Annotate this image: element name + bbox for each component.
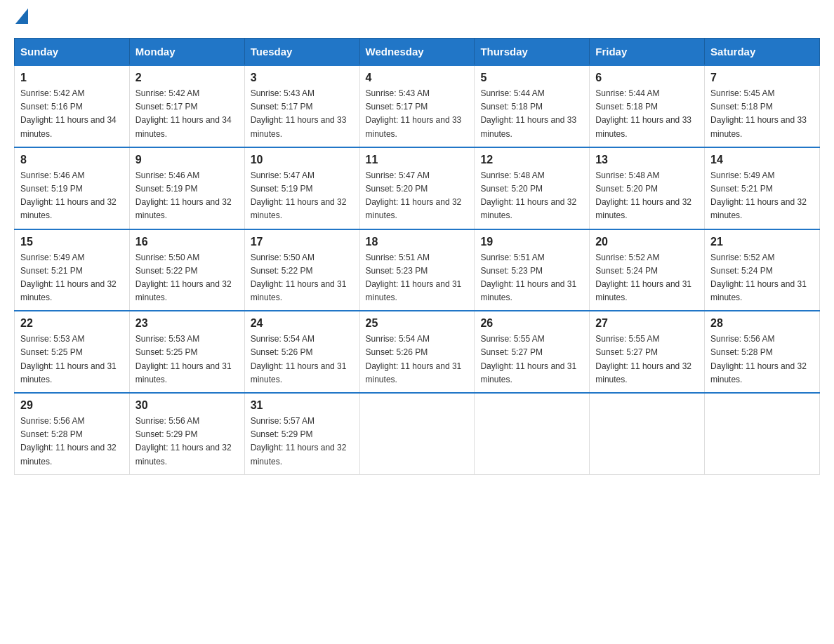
day-number: 30: [135, 399, 239, 412]
day-number: 31: [251, 399, 354, 412]
day-info: Sunrise: 5:52 AM Sunset: 5:24 PM Dayligh…: [595, 251, 699, 305]
day-info: Sunrise: 5:50 AM Sunset: 5:22 PM Dayligh…: [251, 251, 354, 305]
day-number: 29: [20, 399, 124, 412]
calendar-cell: 13 Sunrise: 5:48 AM Sunset: 5:20 PM Dayl…: [590, 147, 705, 229]
day-info: Sunrise: 5:43 AM Sunset: 5:17 PM Dayligh…: [366, 87, 469, 141]
calendar-cell: 4 Sunrise: 5:43 AM Sunset: 5:17 PM Dayli…: [359, 65, 475, 147]
day-number: 15: [20, 236, 124, 248]
calendar-cell: [705, 393, 820, 474]
day-info: Sunrise: 5:55 AM Sunset: 5:27 PM Dayligh…: [595, 333, 699, 387]
day-info: Sunrise: 5:48 AM Sunset: 5:20 PM Dayligh…: [595, 169, 699, 223]
calendar-cell: 12 Sunrise: 5:48 AM Sunset: 5:20 PM Dayl…: [475, 147, 590, 229]
svg-marker-0: [15, 8, 28, 24]
day-info: Sunrise: 5:54 AM Sunset: 5:26 PM Dayligh…: [251, 333, 354, 387]
calendar-cell: 15 Sunrise: 5:49 AM Sunset: 5:21 PM Dayl…: [15, 229, 130, 311]
calendar-cell: 26 Sunrise: 5:55 AM Sunset: 5:27 PM Dayl…: [475, 311, 590, 393]
calendar-cell: 10 Sunrise: 5:47 AM Sunset: 5:19 PM Dayl…: [244, 147, 359, 229]
column-header-saturday: Saturday: [705, 39, 820, 66]
calendar-cell: 29 Sunrise: 5:56 AM Sunset: 5:28 PM Dayl…: [15, 393, 130, 474]
day-info: Sunrise: 5:53 AM Sunset: 5:25 PM Dayligh…: [135, 333, 239, 387]
day-number: 16: [135, 236, 239, 248]
day-number: 27: [595, 317, 699, 330]
header: [14, 14, 820, 24]
calendar-cell: 25 Sunrise: 5:54 AM Sunset: 5:26 PM Dayl…: [359, 311, 475, 393]
day-info: Sunrise: 5:51 AM Sunset: 5:23 PM Dayligh…: [480, 251, 583, 305]
day-info: Sunrise: 5:44 AM Sunset: 5:18 PM Dayligh…: [595, 87, 699, 141]
day-number: 20: [595, 236, 699, 248]
day-number: 28: [710, 317, 814, 330]
day-number: 12: [480, 154, 583, 166]
calendar-cell: 2 Sunrise: 5:42 AM Sunset: 5:17 PM Dayli…: [129, 65, 244, 147]
day-info: Sunrise: 5:43 AM Sunset: 5:17 PM Dayligh…: [251, 87, 354, 141]
calendar-cell: 21 Sunrise: 5:52 AM Sunset: 5:24 PM Dayl…: [705, 229, 820, 311]
day-number: 9: [135, 154, 239, 166]
day-number: 11: [366, 154, 469, 166]
day-info: Sunrise: 5:55 AM Sunset: 5:27 PM Dayligh…: [480, 333, 583, 387]
day-info: Sunrise: 5:50 AM Sunset: 5:22 PM Dayligh…: [135, 251, 239, 305]
day-info: Sunrise: 5:49 AM Sunset: 5:21 PM Dayligh…: [20, 251, 124, 305]
calendar-cell: 9 Sunrise: 5:46 AM Sunset: 5:19 PM Dayli…: [129, 147, 244, 229]
day-number: 25: [366, 317, 469, 330]
calendar-cell: [475, 393, 590, 474]
day-info: Sunrise: 5:53 AM Sunset: 5:25 PM Dayligh…: [20, 333, 124, 387]
calendar-cell: 1 Sunrise: 5:42 AM Sunset: 5:16 PM Dayli…: [15, 65, 130, 147]
day-number: 10: [251, 154, 354, 166]
day-info: Sunrise: 5:46 AM Sunset: 5:19 PM Dayligh…: [135, 169, 239, 223]
calendar-body: 1 Sunrise: 5:42 AM Sunset: 5:16 PM Dayli…: [15, 65, 820, 474]
calendar-cell: 18 Sunrise: 5:51 AM Sunset: 5:23 PM Dayl…: [359, 229, 475, 311]
calendar-cell: 31 Sunrise: 5:57 AM Sunset: 5:29 PM Dayl…: [244, 393, 359, 474]
calendar-cell: 28 Sunrise: 5:56 AM Sunset: 5:28 PM Dayl…: [705, 311, 820, 393]
day-number: 23: [135, 317, 239, 330]
calendar-cell: 11 Sunrise: 5:47 AM Sunset: 5:20 PM Dayl…: [359, 147, 475, 229]
day-info: Sunrise: 5:42 AM Sunset: 5:17 PM Dayligh…: [135, 87, 239, 141]
calendar-cell: 17 Sunrise: 5:50 AM Sunset: 5:22 PM Dayl…: [244, 229, 359, 311]
day-info: Sunrise: 5:56 AM Sunset: 5:29 PM Dayligh…: [135, 415, 239, 469]
calendar-cell: 22 Sunrise: 5:53 AM Sunset: 5:25 PM Dayl…: [15, 311, 130, 393]
day-number: 24: [251, 317, 354, 330]
column-header-friday: Friday: [590, 39, 705, 66]
calendar-cell: [359, 393, 475, 474]
day-info: Sunrise: 5:46 AM Sunset: 5:19 PM Dayligh…: [20, 169, 124, 223]
day-info: Sunrise: 5:47 AM Sunset: 5:19 PM Dayligh…: [251, 169, 354, 223]
day-info: Sunrise: 5:52 AM Sunset: 5:24 PM Dayligh…: [710, 251, 814, 305]
day-number: 17: [251, 236, 354, 248]
calendar-cell: 6 Sunrise: 5:44 AM Sunset: 5:18 PM Dayli…: [590, 65, 705, 147]
day-info: Sunrise: 5:44 AM Sunset: 5:18 PM Dayligh…: [480, 87, 583, 141]
day-number: 7: [710, 72, 814, 84]
day-info: Sunrise: 5:54 AM Sunset: 5:26 PM Dayligh…: [366, 333, 469, 387]
calendar-cell: 16 Sunrise: 5:50 AM Sunset: 5:22 PM Dayl…: [129, 229, 244, 311]
day-number: 13: [595, 154, 699, 166]
calendar-cell: 30 Sunrise: 5:56 AM Sunset: 5:29 PM Dayl…: [129, 393, 244, 474]
column-header-thursday: Thursday: [475, 39, 590, 66]
calendar-header-row: SundayMondayTuesdayWednesdayThursdayFrid…: [15, 39, 820, 66]
day-number: 4: [366, 72, 469, 84]
column-header-sunday: Sunday: [15, 39, 130, 66]
day-info: Sunrise: 5:51 AM Sunset: 5:23 PM Dayligh…: [366, 251, 469, 305]
calendar-cell: 8 Sunrise: 5:46 AM Sunset: 5:19 PM Dayli…: [15, 147, 130, 229]
calendar-cell: 19 Sunrise: 5:51 AM Sunset: 5:23 PM Dayl…: [475, 229, 590, 311]
calendar-cell: 14 Sunrise: 5:49 AM Sunset: 5:21 PM Dayl…: [705, 147, 820, 229]
day-number: 5: [480, 72, 583, 84]
day-info: Sunrise: 5:45 AM Sunset: 5:18 PM Dayligh…: [710, 87, 814, 141]
day-info: Sunrise: 5:56 AM Sunset: 5:28 PM Dayligh…: [20, 415, 124, 469]
column-header-tuesday: Tuesday: [244, 39, 359, 66]
day-number: 8: [20, 154, 124, 166]
column-header-monday: Monday: [129, 39, 244, 66]
day-info: Sunrise: 5:47 AM Sunset: 5:20 PM Dayligh…: [366, 169, 469, 223]
calendar-cell: 27 Sunrise: 5:55 AM Sunset: 5:27 PM Dayl…: [590, 311, 705, 393]
calendar-cell: 3 Sunrise: 5:43 AM Sunset: 5:17 PM Dayli…: [244, 65, 359, 147]
calendar-week-row: 15 Sunrise: 5:49 AM Sunset: 5:21 PM Dayl…: [15, 229, 820, 311]
calendar-week-row: 29 Sunrise: 5:56 AM Sunset: 5:28 PM Dayl…: [15, 393, 820, 474]
logo-triangle-icon: [15, 8, 28, 24]
day-number: 22: [20, 317, 124, 330]
day-info: Sunrise: 5:42 AM Sunset: 5:16 PM Dayligh…: [20, 87, 124, 141]
day-info: Sunrise: 5:56 AM Sunset: 5:28 PM Dayligh…: [710, 333, 814, 387]
calendar-cell: [590, 393, 705, 474]
calendar-table: SundayMondayTuesdayWednesdayThursdayFrid…: [14, 38, 820, 475]
calendar-week-row: 22 Sunrise: 5:53 AM Sunset: 5:25 PM Dayl…: [15, 311, 820, 393]
day-number: 6: [595, 72, 699, 84]
calendar-cell: 24 Sunrise: 5:54 AM Sunset: 5:26 PM Dayl…: [244, 311, 359, 393]
day-number: 21: [710, 236, 814, 248]
day-number: 19: [480, 236, 583, 248]
logo: [14, 14, 28, 24]
